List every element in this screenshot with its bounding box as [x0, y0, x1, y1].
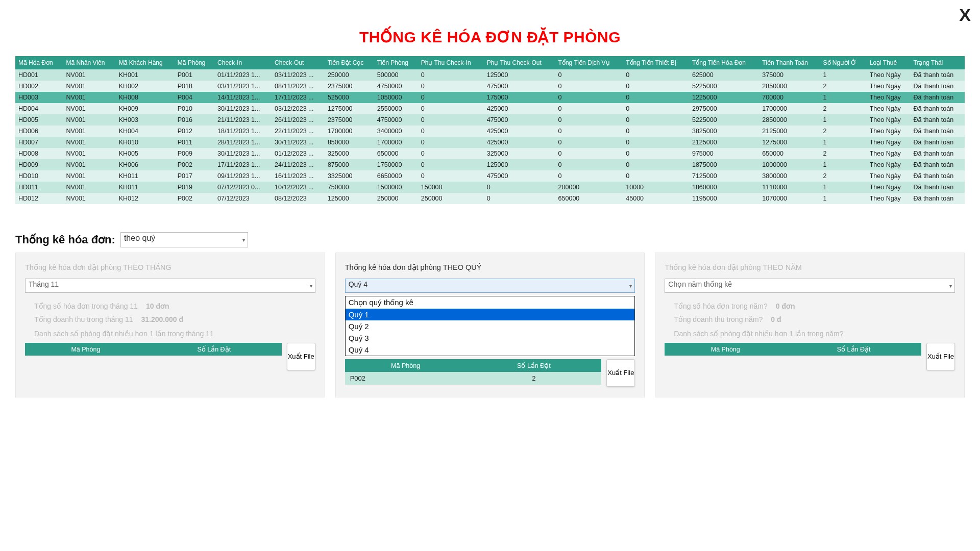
year-select[interactable]: Chọn năm thống kê [665, 279, 955, 293]
table-row[interactable]: HD010NV001KH011P01709/11/2023 1...16/11/… [15, 170, 965, 182]
table-cell: 325000 [484, 148, 555, 159]
table-cell: 475000 [484, 81, 555, 92]
table-row[interactable]: HD002NV001KH002P01803/11/2023 1...08/11/… [15, 81, 965, 92]
table-cell: Đã thanh toán [911, 182, 965, 193]
quarter-option[interactable]: Quý 4 [346, 344, 635, 356]
quarter-dropdown-list[interactable]: Chọn quý thống kêQuý 1Quý 2Quý 3Quý 4 [345, 296, 635, 356]
table-cell: 0 [484, 193, 555, 204]
quarter-option[interactable]: Quý 3 [346, 332, 635, 344]
table-cell: 0 [418, 159, 484, 170]
table-cell: NV001 [63, 81, 116, 92]
table-row[interactable]: HD006NV001KH004P01218/11/2023 1...22/11/… [15, 126, 965, 137]
export-quarter-button[interactable]: Xuất File [606, 359, 635, 387]
table-cell: P019 [175, 182, 214, 193]
col-header: Trạng Thái [911, 56, 965, 69]
table-cell: KH011 [116, 182, 175, 193]
table-row[interactable]: HD003NV001KH008P00414/11/2023 1...17/11/… [15, 92, 965, 103]
quarter-option[interactable]: Quý 1 [346, 309, 635, 320]
table-cell: 08/12/2023 [272, 193, 325, 204]
quarter-select[interactable]: Quý 4 [345, 279, 635, 293]
col-header: Phụ Thu Check-In [418, 56, 484, 69]
col-header: Mã Hóa Đơn [15, 56, 63, 69]
table-cell: HD006 [15, 126, 63, 137]
year-revenue-value: 0 đ [771, 315, 781, 323]
table-cell: 0 [418, 69, 484, 81]
quarter-option[interactable]: Quý 2 [346, 320, 635, 332]
table-row[interactable]: HD011NV001KH011P01907/12/2023 0...10/12/… [15, 182, 965, 193]
table-cell: KH002 [116, 81, 175, 92]
stats-mode-select[interactable]: theo quý [120, 232, 248, 247]
col-header: Mã Phòng [175, 56, 214, 69]
table-cell: 1275000 [759, 137, 820, 148]
table-cell: 1700000 [374, 137, 418, 148]
table-cell: HD005 [15, 114, 63, 126]
quarter-option[interactable]: Chọn quý thống kê [346, 296, 635, 309]
table-row[interactable]: HD008NV001KH005P00930/11/2023 1...01/12/… [15, 148, 965, 159]
table-cell: KH005 [116, 148, 175, 159]
table-cell: P018 [175, 81, 214, 92]
list-item[interactable]: P0022 [345, 372, 602, 385]
table-cell: 24/11/2023 ... [272, 159, 325, 170]
table-row[interactable]: HD007NV001KH010P01128/11/2023 1...30/11/… [15, 137, 965, 148]
table-cell: 5225000 [689, 114, 759, 126]
invoice-table: Mã Hóa ĐơnMã Nhân ViênMã Khách HàngMã Ph… [15, 56, 965, 204]
col-header: Mã Nhân Viên [63, 56, 116, 69]
table-cell: 26/11/2023 ... [272, 114, 325, 126]
table-cell: 0 [623, 159, 689, 170]
table-cell: 850000 [325, 137, 374, 148]
table-cell: HD001 [15, 69, 63, 81]
year-caption: Danh sách số phòng đặt nhiều hơn 1 lần t… [674, 330, 946, 338]
table-cell: 01/12/2023 ... [272, 148, 325, 159]
table-cell: 0 [555, 148, 623, 159]
table-cell: 1750000 [374, 159, 418, 170]
panel-quarter-title: Thống kê hóa đơn đặt phòng THEO QUÝ [345, 263, 635, 271]
table-cell: 1000000 [759, 159, 820, 170]
year-revenue-label: Tổng doanh thu trong năm? [674, 315, 763, 323]
month-revenue-value: 31.200.000 đ [141, 315, 183, 323]
table-cell: 7125000 [689, 170, 759, 182]
table-cell: 1700000 [759, 103, 820, 114]
table-cell: HD004 [15, 103, 63, 114]
table-cell: 1110000 [759, 182, 820, 193]
table-cell: 650000 [759, 148, 820, 159]
month-mini-table: Mã Phòng Số Lần Đặt [25, 343, 282, 356]
table-cell: KH008 [116, 92, 175, 103]
table-cell: HD002 [15, 81, 63, 92]
table-cell: 0 [555, 159, 623, 170]
col-header: Tổng Tiền Thiết Bị [623, 56, 689, 69]
export-month-button[interactable]: Xuất File [287, 343, 315, 370]
table-cell: KH004 [116, 126, 175, 137]
table-cell: 14/11/2023 1... [214, 92, 272, 103]
table-cell: 1 [820, 182, 867, 193]
table-cell: 0 [555, 170, 623, 182]
table-cell: Đã thanh toán [911, 170, 965, 182]
table-cell: 2975000 [689, 103, 759, 114]
col-header: Tiền Phòng [374, 56, 418, 69]
table-cell: 6650000 [374, 170, 418, 182]
table-cell: 0 [555, 69, 623, 81]
table-cell: 250000 [418, 193, 484, 204]
table-cell: 0 [623, 114, 689, 126]
export-year-button[interactable]: Xuất File [926, 343, 955, 370]
table-cell: KH010 [116, 137, 175, 148]
table-row[interactable]: HD009NV001KH006P00217/11/2023 1...24/11/… [15, 159, 965, 170]
table-cell: 625000 [689, 69, 759, 81]
table-cell: 0 [418, 126, 484, 137]
table-cell: 425000 [484, 137, 555, 148]
close-button[interactable]: X [959, 6, 971, 23]
table-cell: 0 [555, 81, 623, 92]
table-row[interactable]: HD001NV001KH001P00101/11/2023 1...03/11/… [15, 69, 965, 81]
col-header: Mã Khách Hàng [116, 56, 175, 69]
table-cell: 3400000 [374, 126, 418, 137]
table-cell: 4750000 [374, 81, 418, 92]
table-cell: 1500000 [374, 182, 418, 193]
table-cell: 125000 [484, 69, 555, 81]
table-cell: P012 [175, 126, 214, 137]
month-select[interactable]: Tháng 11 [25, 279, 315, 293]
table-row[interactable]: HD004NV001KH009P01030/11/2023 1...03/12/… [15, 103, 965, 114]
table-cell: 17/11/2023 ... [272, 92, 325, 103]
col-header: Phụ Thu Check-Out [484, 56, 555, 69]
table-cell: 2 [820, 126, 867, 137]
table-row[interactable]: HD012NV001KH012P00207/12/202308/12/20231… [15, 193, 965, 204]
table-row[interactable]: HD005NV001KH003P01621/11/2023 1...26/11/… [15, 114, 965, 126]
